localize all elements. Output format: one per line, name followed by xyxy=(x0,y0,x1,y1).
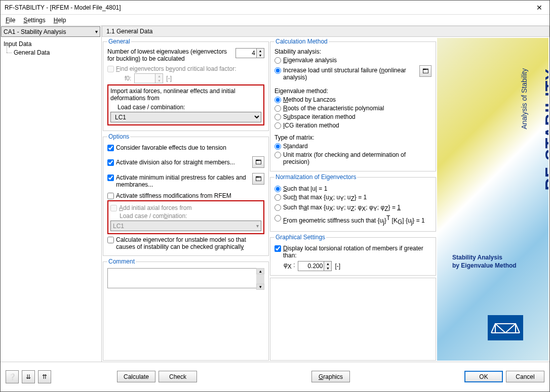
legend-graph: Graphical Settings xyxy=(274,234,326,241)
highlight-add-axial: Add initial axial forces from Load case … xyxy=(107,200,264,234)
radio-n2[interactable] xyxy=(274,194,281,201)
radio-roots[interactable] xyxy=(274,105,281,112)
n2-label: Such that max {uX; uY; uZ} = 1 xyxy=(283,194,367,202)
eigen-input[interactable] xyxy=(236,49,256,58)
comment-textarea[interactable] xyxy=(107,268,264,288)
chk-display-rotation[interactable] xyxy=(274,245,281,252)
radio-increase-load[interactable] xyxy=(274,67,281,74)
scroll-up-icon[interactable]: ▴ xyxy=(256,268,264,274)
legend-norm: Normalization of Eigenvectors xyxy=(274,173,357,181)
chevron-down-icon: ▾ xyxy=(95,29,98,34)
phi-down-icon[interactable]: ▼ xyxy=(324,266,331,271)
phi-unit: [-] xyxy=(335,263,340,270)
chk-unstable[interactable] xyxy=(107,237,114,243)
r1-label: Eigenvalue analysis xyxy=(283,57,337,64)
group-comment: Comment ▴▾ xyxy=(103,258,269,361)
chk-division[interactable] xyxy=(107,159,114,166)
f0-label: f0: xyxy=(125,75,131,82)
group-blank xyxy=(270,278,436,361)
prestress-label: Activate minimum initial prestress for c… xyxy=(116,174,250,188)
nonlinear-settings-icon[interactable]: 🗔 xyxy=(419,65,431,77)
calculate-button[interactable]: Calculate xyxy=(117,371,155,382)
sort-desc-icon[interactable]: ⇈ xyxy=(38,370,51,383)
group-options: Options Consider favorable effects due t… xyxy=(103,133,269,256)
phi-input[interactable] xyxy=(298,262,324,271)
nav-tree: Input Data General Data xyxy=(1,37,101,59)
import-label: Import axial forces, nonlinear effects a… xyxy=(110,88,261,102)
radio-unit[interactable] xyxy=(274,152,281,158)
chk-prestress[interactable] xyxy=(107,175,114,181)
radio-n4[interactable] xyxy=(274,215,281,222)
legend-options: Options xyxy=(107,133,130,140)
spin-down-icon[interactable]: ▼ xyxy=(257,53,264,58)
tree-root[interactable]: Input Data xyxy=(4,39,98,49)
window-title: RF-STABILITY - [RFEM - Model File_4801] xyxy=(5,4,533,11)
group-normalization: Normalization of Eigenvectors Such that … xyxy=(270,173,436,232)
menu-help[interactable]: Help xyxy=(51,16,69,25)
menu-file[interactable]: File xyxy=(3,16,18,25)
group-graphical: Graphical Settings Display local torsion… xyxy=(270,234,436,276)
f0-unit: [-] xyxy=(166,75,172,82)
f0-spinner: ▲▼ xyxy=(134,73,163,83)
display-label: Display local torsional rotation of memb… xyxy=(283,245,431,259)
phi-up-icon[interactable]: ▲ xyxy=(324,262,331,266)
unstable-label: Calculate eigenvector for unstable model… xyxy=(116,236,264,250)
radio-subspace[interactable] xyxy=(274,114,281,120)
tension-label: Consider favorable effects due to tensio… xyxy=(116,144,226,151)
chk-add-axial xyxy=(110,205,117,211)
n3-label: Such that max {uX; uY; uZ; φX; φY; φZ} =… xyxy=(283,204,401,212)
footer: ❔ ⇊ ⇈ Calculate Check Graphics OK Cancel xyxy=(1,362,549,391)
case-combo-text: CA1 - Stability Analysis xyxy=(4,28,66,35)
group-calc-method: Calculation Method Stability analysis: E… xyxy=(270,38,436,171)
phi-label: φX : xyxy=(284,262,295,270)
lc-combo-2: LC1▾ xyxy=(110,221,261,231)
brand-subtitle: Analysis of Stability xyxy=(520,68,528,129)
graphics-button[interactable]: Graphics xyxy=(311,371,350,382)
f0-input xyxy=(135,74,155,83)
case-combo[interactable]: CA1 - Stability Analysis ▾ xyxy=(1,26,100,37)
check-button[interactable]: Check xyxy=(159,371,197,382)
chk-tension[interactable] xyxy=(107,145,114,151)
scroll-down-icon[interactable]: ▾ xyxy=(256,284,264,290)
division-settings-icon[interactable]: 🗔 xyxy=(252,156,264,168)
m3-label: Subspace iteration method xyxy=(283,113,356,120)
type-label: Type of matrix: xyxy=(274,134,431,141)
prestress-settings-icon[interactable]: 🗔 xyxy=(252,173,264,185)
lc-label: Load case / combination: xyxy=(117,104,261,111)
chk-stiffness[interactable] xyxy=(107,193,114,199)
menubar: File Settings Help xyxy=(1,15,549,26)
eigen-label: Number of lowest eigenvalues (eigenvecto… xyxy=(107,48,230,62)
m1-label: Method by Lanczos xyxy=(283,96,336,103)
phi-spinner[interactable]: ▲▼ xyxy=(298,261,332,271)
eigen-spinner[interactable]: ▲▼ xyxy=(235,48,264,58)
cancel-button[interactable]: Cancel xyxy=(506,371,544,382)
lc-combo[interactable]: LC1 xyxy=(110,112,261,122)
ok-button[interactable]: OK xyxy=(464,371,503,382)
highlight-import: Import axial forces, nonlinear effects a… xyxy=(107,84,264,125)
stab-label: Stability analysis: xyxy=(274,48,431,55)
spin-up-icon[interactable]: ▲ xyxy=(257,49,264,53)
tree-general-data[interactable]: General Data xyxy=(4,49,98,57)
sort-asc-icon[interactable]: ⇊ xyxy=(22,370,35,383)
stiffness-label: Activate stiffness modifications from RF… xyxy=(116,192,231,199)
help-icon[interactable]: ❔ xyxy=(6,370,19,383)
radio-icg[interactable] xyxy=(274,122,281,129)
radio-n1[interactable] xyxy=(274,186,281,192)
add-axial-label: Add initial axial forces from xyxy=(119,204,191,211)
menu-settings[interactable]: Settings xyxy=(20,16,48,25)
close-icon[interactable]: ✕ xyxy=(533,4,545,12)
radio-n3[interactable] xyxy=(274,204,281,211)
r2-label: Increase load until structural failure (… xyxy=(283,67,417,81)
brand-logo-icon xyxy=(488,315,523,340)
brand-title: RF-STABILITY xyxy=(541,68,548,191)
chk-find-beyond xyxy=(107,66,114,72)
radio-standard[interactable] xyxy=(274,143,281,150)
titlebar: RF-STABILITY - [RFEM - Model File_4801] … xyxy=(1,1,549,15)
radio-eigenvalue[interactable] xyxy=(274,57,281,64)
lc-label-2: Load case / combination: xyxy=(120,212,261,220)
eigm-label: Eigenvalue method: xyxy=(274,88,431,95)
n1-label: Such that |u| = 1 xyxy=(283,185,327,192)
legend-calc: Calculation Method xyxy=(274,38,329,45)
radio-lanczos[interactable] xyxy=(274,97,281,103)
division-label: Activate division also for straight memb… xyxy=(116,159,235,166)
